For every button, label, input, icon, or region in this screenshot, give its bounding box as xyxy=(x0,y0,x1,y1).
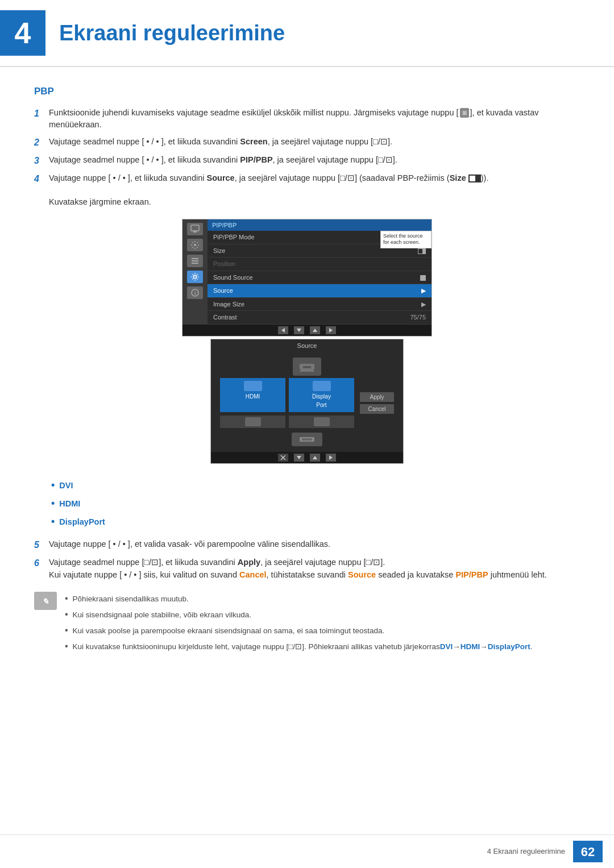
page-header: 4 Ekraani reguleerimine xyxy=(0,0,614,67)
content-area: PBP 1 Funktsioonide juhendi kuvamiseks v… xyxy=(0,84,614,655)
page-footer: 4 Ekraani reguleerimine 62 xyxy=(0,834,614,868)
source-options-list: DVI HDMI DisplayPort xyxy=(51,477,580,529)
source-nav-right[interactable] xyxy=(326,454,336,462)
source-bottom-usb xyxy=(220,433,394,446)
note-content: Põhiekraani sisendallikas muutub. Kui si… xyxy=(65,592,532,655)
menu-row-sound: Sound Source xyxy=(208,271,432,285)
section-heading: PBP xyxy=(34,84,580,99)
settings-icon xyxy=(187,239,203,251)
svg-point-2 xyxy=(194,244,196,246)
chapter-number-box: 4 xyxy=(0,10,45,56)
chapter-number: 4 xyxy=(15,11,31,55)
hdmi-btn-icon xyxy=(244,381,262,391)
steps-list: 1 Funktsioonide juhendi kuvamiseks vajut… xyxy=(34,107,580,186)
dp-btn-label: DisplayPort xyxy=(312,392,331,409)
bullet-dvi: DVI xyxy=(51,477,580,493)
svg-rect-13 xyxy=(302,438,312,441)
cancel-button[interactable]: Cancel xyxy=(360,404,394,414)
note-icon: ✎ xyxy=(34,592,57,610)
pbp-section: PBP 1 Funktsioonide juhendi kuvamiseks v… xyxy=(34,84,580,655)
footer-page-number: 62 xyxy=(573,841,603,862)
menu-nav-bar xyxy=(182,325,432,336)
bullet-displayport: DisplayPort xyxy=(51,514,580,529)
svg-rect-1 xyxy=(193,231,197,232)
note-3: Kui vasak poolse ja parempoolse ekraani … xyxy=(65,624,532,637)
source-nav-bar xyxy=(211,452,403,463)
source-buttons-area: HDMI DisplayPort xyxy=(220,378,394,428)
monitor-icon xyxy=(187,223,203,235)
notes-list: Põhiekraani sisendallikas muutub. Kui si… xyxy=(65,592,532,653)
step-5: 5 Vajutage nuppe [ • / • ], et valida va… xyxy=(34,538,580,552)
gear-icon xyxy=(187,271,203,283)
svg-text:i: i xyxy=(194,290,196,296)
menu-sidebar: i xyxy=(182,219,208,325)
svg-point-6 xyxy=(194,275,197,278)
menu-row-imagesize: Image Size ▶ xyxy=(208,298,432,312)
notes-box: ✎ Põhiekraani sisendallikas muutub. Kui … xyxy=(34,592,580,655)
info-icon: i xyxy=(187,286,203,299)
hdmi-port-icon xyxy=(220,416,285,428)
step-4: 4 Vajutage nuppe [ • / • ], et liikuda s… xyxy=(34,172,580,186)
nav-right-btn[interactable] xyxy=(326,326,336,334)
source-nav-down[interactable] xyxy=(294,454,304,462)
list-icon xyxy=(187,255,203,267)
menu-row-source: Source ▶ xyxy=(208,284,432,298)
bullet-hdmi: HDMI xyxy=(51,496,580,511)
menu-row-position: Position xyxy=(208,258,432,271)
monitor-menu-screenshot: i PIP/PBP PiP/PBP Mode On Size xyxy=(182,219,432,337)
nav-down-btn[interactable] xyxy=(294,326,304,334)
svg-rect-4 xyxy=(192,260,198,261)
source-nav-up[interactable] xyxy=(310,454,320,462)
source-dialog-screenshot: Source xyxy=(210,339,404,464)
note-2: Kui sisendsignaal pole stabiilne, võib e… xyxy=(65,608,532,621)
hdmi-source-btn[interactable]: HDMI xyxy=(220,378,285,412)
kuvatakse-text: Kuvatakse järgmine ekraan. xyxy=(49,196,580,209)
note-4: Kui kuvatakse funktsiooninupu kirjeldust… xyxy=(65,639,532,653)
dp-port-icon xyxy=(289,416,354,428)
svg-marker-11 xyxy=(300,369,314,372)
hdmi-btn-label: HDMI xyxy=(246,392,260,401)
source-top-port xyxy=(220,358,394,376)
dp-btn-icon xyxy=(313,381,331,391)
svg-rect-10 xyxy=(303,366,311,368)
chapter-title: Ekraani reguleerimine xyxy=(59,17,285,49)
step-3: 3 Vajutage seadmel nuppe [ • / • ], et l… xyxy=(34,154,580,168)
menu-tooltip: Select the source for each screen. xyxy=(380,231,432,248)
note-1: Põhiekraani sisendallikas muutub. xyxy=(65,592,532,605)
svg-rect-3 xyxy=(192,258,198,259)
grid-icon: ⊞ xyxy=(460,108,469,118)
menu-row-contrast: Contrast 75/75 xyxy=(208,311,432,325)
apply-button[interactable]: Apply xyxy=(360,392,394,402)
footer-chapter-label: 4 Ekraani reguleerimine xyxy=(487,846,565,857)
svg-rect-5 xyxy=(192,263,198,264)
source-nav-x[interactable] xyxy=(278,454,288,462)
nav-left-btn[interactable] xyxy=(278,326,288,334)
source-grid: HDMI DisplayPort xyxy=(220,378,354,428)
menu-title-bar: PIP/PBP xyxy=(208,219,432,231)
svg-rect-0 xyxy=(191,225,199,231)
step-1: 1 Funktsioonide juhendi kuvamiseks vajut… xyxy=(34,107,580,132)
source-dialog-title: Source xyxy=(211,339,403,352)
steps-5-6-list: 5 Vajutage nuppe [ • / • ], et valida va… xyxy=(34,538,580,582)
displayport-source-btn[interactable]: DisplayPort xyxy=(289,378,354,412)
screenshots-area: i PIP/PBP PiP/PBP Mode On Size xyxy=(34,219,580,464)
hdmi-top-icon xyxy=(293,358,321,376)
step-6: 6 Vajutage seadmel nuppe [□/⊡], et liiku… xyxy=(34,556,580,582)
step-2: 2 Vajutage seadmel nuppe [ • / • ], et l… xyxy=(34,136,580,149)
nav-up-btn[interactable] xyxy=(310,326,320,334)
apply-cancel-area: Apply Cancel xyxy=(360,392,394,414)
